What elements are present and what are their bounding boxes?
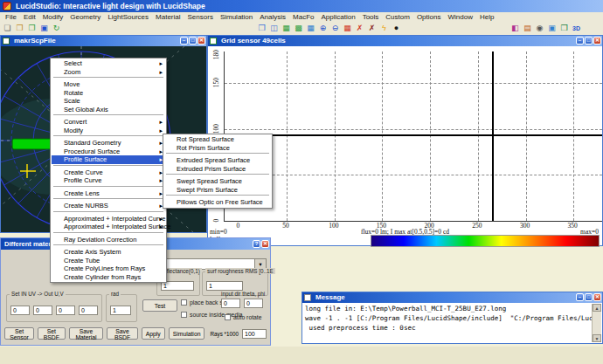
maximize-icon[interactable]: [585, 37, 593, 45]
menu-item-zoom[interactable]: Zoom: [52, 68, 165, 77]
menu-tools[interactable]: Tools: [359, 12, 383, 23]
submenu-item-swept-spread-surface[interactable]: Swept Spread Surface: [164, 177, 271, 186]
table-view-icon[interactable]: ▩: [293, 23, 304, 34]
render-icon[interactable]: ▣: [546, 23, 558, 34]
new-file-icon[interactable]: ❏: [2, 23, 13, 34]
submenu-item-rot-prism-surface[interactable]: Rot Prism Surface: [164, 144, 271, 153]
roughness-field[interactable]: 1: [206, 281, 243, 291]
menu-item-create-tube[interactable]: Create Tube: [52, 257, 165, 265]
menu-item-profile-surface[interactable]: Profile Surface: [52, 155, 165, 164]
scroll-up-icon[interactable]: ▲: [593, 304, 601, 312]
menu-macfo[interactable]: MacFo: [289, 12, 317, 23]
checkbox-icon[interactable]: [181, 312, 187, 318]
theta-field[interactable]: 0: [221, 299, 240, 308]
menu-item-approximated-interpolated-curve[interactable]: Approximated + Interpolated Curve: [52, 215, 165, 223]
save-material-button[interactable]: Save Material: [69, 327, 104, 340]
in-uv-field-0[interactable]: 0: [10, 306, 30, 315]
menu-item-create-cylinder-from-rays[interactable]: Create Cylinder from Rays: [52, 273, 165, 282]
menu-item-convert[interactable]: Convert: [52, 118, 165, 127]
rad-field[interactable]: 1: [110, 306, 131, 315]
open-file-icon[interactable]: ❐: [14, 23, 25, 34]
menu-item-create-lens[interactable]: Create Lens: [52, 189, 165, 198]
message-scrollbar[interactable]: ▲ ▼: [592, 304, 601, 342]
scroll-down-icon[interactable]: ▼: [593, 334, 601, 342]
set-bsdf-button[interactable]: Set BSDF: [38, 327, 66, 340]
sphere-icon[interactable]: ●: [391, 23, 402, 34]
menu-edit[interactable]: Edit: [20, 12, 39, 23]
test-button[interactable]: Test: [142, 299, 177, 312]
menu-item-procedural-surface[interactable]: Procedural Surface: [52, 148, 165, 156]
menu-sensors[interactable]: Sensors: [184, 12, 217, 23]
view-3d-icon[interactable]: 3D: [571, 23, 582, 34]
submenu-item-swept-prism-surface[interactable]: Swept Prism Surface: [164, 186, 271, 195]
import-file-icon[interactable]: ❐: [26, 23, 38, 34]
auto-rotate-checkbox[interactable]: auto rotate: [225, 313, 262, 321]
submenu-item-rot-spread-surface[interactable]: Rot Spread Surface: [164, 135, 271, 144]
close-icon[interactable]: [198, 37, 205, 45]
menu-item-create-nurbs[interactable]: Create NURBS: [52, 202, 165, 210]
simulation-button[interactable]: Simulation: [169, 327, 205, 340]
save-bsdf-button[interactable]: Save BSDF: [107, 327, 137, 340]
message-log[interactable]: long file in: E:\Temp\Powerball_MCI-T_25…: [303, 304, 593, 342]
menu-custom[interactable]: Custom: [382, 12, 413, 23]
submenu-item-pillows-optic-on-free-surface[interactable]: Pillows Optic on Free Surface: [164, 198, 271, 207]
abort-icon[interactable]: ✗: [366, 23, 378, 34]
menu-material[interactable]: Material: [152, 12, 184, 23]
menu-modify[interactable]: Modify: [39, 12, 67, 23]
menu-item-modify[interactable]: Modify: [52, 127, 165, 135]
submenu-item-extruded-spread-surface[interactable]: Extruded Spread Surface: [164, 156, 271, 165]
menu-application[interactable]: Application: [318, 12, 359, 23]
in-uv-field-3[interactable]: 0: [79, 306, 98, 315]
camera-icon[interactable]: ◉: [534, 23, 545, 34]
grid-view-icon[interactable]: ▦: [281, 23, 292, 34]
reload-icon[interactable]: ↻: [51, 23, 62, 34]
zoom-out-icon[interactable]: ⊖: [329, 23, 341, 34]
menu-geometry[interactable]: Geometry: [66, 12, 104, 23]
menu-item-profile-curve[interactable]: Profile Curve: [52, 176, 165, 185]
simulate-icon[interactable]: ϟ: [378, 23, 390, 34]
menu-item-set-global-axis[interactable]: Set Global Axis: [52, 106, 165, 114]
submenu-item-extruded-prism-surface[interactable]: Extruded Prism Surface: [164, 165, 271, 174]
menu-item-ray-deviation-correction[interactable]: Ray Deviation Correction: [52, 236, 165, 244]
menu-item-create-axis-system[interactable]: Create Axis System: [52, 248, 165, 257]
menu-item-move[interactable]: Move: [52, 80, 165, 89]
maximize-icon[interactable]: [189, 37, 197, 45]
plot-area[interactable]: [224, 52, 602, 222]
zoom-in-icon[interactable]: ⊕: [317, 23, 329, 34]
checkbox-icon[interactable]: [181, 299, 187, 306]
menu-item-select[interactable]: Select: [52, 59, 165, 68]
split-view-icon[interactable]: ◫: [268, 23, 280, 34]
close-icon[interactable]: [593, 293, 601, 301]
menu-item-approximated-interpolated-surface[interactable]: Approximated + Interpolated Surface: [52, 223, 165, 231]
close-icon[interactable]: [593, 37, 601, 45]
sensor-grid-icon[interactable]: ▦: [305, 23, 316, 34]
menu-analysis[interactable]: Analysis: [256, 12, 289, 23]
in-uv-field-2[interactable]: 0: [56, 306, 75, 315]
save-icon[interactable]: ▣: [38, 23, 50, 34]
menu-options[interactable]: Options: [413, 12, 445, 23]
menu-item-create-polylines-from-rays[interactable]: Create PolyLines from Rays: [52, 264, 165, 273]
phi-field[interactable]: 0: [244, 299, 263, 308]
delete-grid-icon[interactable]: ▦: [342, 23, 353, 34]
set-sensor-button[interactable]: Set Sensor: [4, 327, 34, 340]
minimize-icon[interactable]: [180, 37, 188, 45]
apply-button[interactable]: Apply: [142, 327, 165, 340]
scene-icon[interactable]: ❒: [558, 23, 570, 34]
minimize-icon[interactable]: [576, 37, 584, 45]
menu-simulation[interactable]: Simulation: [217, 12, 256, 23]
material-icon[interactable]: ◧: [509, 23, 521, 34]
menu-file[interactable]: File: [2, 12, 20, 23]
menu-item-create-curve[interactable]: Create Curve: [52, 168, 165, 177]
menu-item-standard-geometry[interactable]: Standard Geometry: [52, 139, 165, 148]
delete-sensor-icon[interactable]: ✗: [354, 23, 365, 34]
in-uv-field-1[interactable]: 0: [33, 306, 52, 315]
maximize-icon[interactable]: [585, 293, 593, 301]
texture-icon[interactable]: ▤: [522, 23, 533, 34]
minimize-icon[interactable]: [576, 293, 584, 301]
menu-item-rotate[interactable]: Rotate: [52, 89, 165, 98]
menu-item-scale[interactable]: Scale: [52, 97, 165, 106]
menu-help[interactable]: Help: [476, 12, 497, 23]
menu-lightsources[interactable]: LightSources: [104, 12, 152, 23]
help-icon[interactable]: ?: [253, 240, 260, 248]
checkbox-icon[interactable]: [225, 314, 231, 320]
